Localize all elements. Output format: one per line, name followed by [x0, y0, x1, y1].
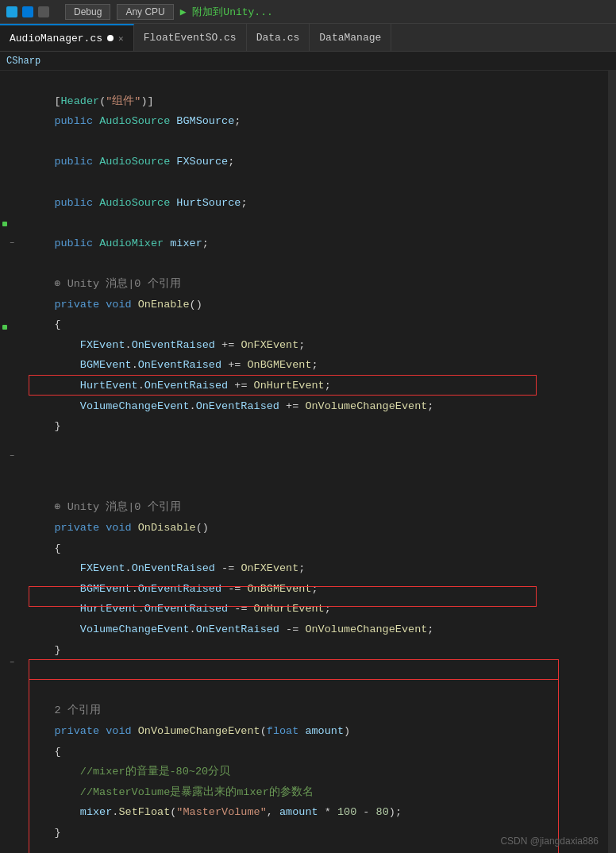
tab-floateventso-label: FloatEventSO.cs [144, 32, 237, 44]
tab-bar: AudioManager.cs ✕ FloatEventSO.cs Data.c… [0, 24, 616, 52]
nav-icon3 [38, 6, 49, 17]
code-line-volumeevent2: VolumeChangeEvent.OnEventRaised -= OnVol… [29, 623, 433, 635]
collapse-onvolume[interactable]: − [10, 658, 14, 667]
collapse-onenable[interactable]: − [10, 239, 14, 248]
code-line-comment1: //mixer的音量是-80~20分贝 [29, 766, 230, 778]
tab-data[interactable]: Data.cs [247, 24, 310, 51]
code-pre: [Header("组件")] public AudioSource BGMSou… [22, 71, 608, 853]
code-line-methodsig: private void OnVolumeChangeEvent(float a… [29, 725, 350, 737]
gutter-dot-2 [2, 325, 7, 330]
code-line-bgmevent2: BGMEvent.OnEventRaised -= OnBGMEvent; [29, 583, 318, 595]
anycpu-button[interactable]: Any CPU [117, 4, 173, 20]
code-line-onenable: private void OnEnable() [29, 299, 202, 311]
code-line-brace2: { [29, 542, 61, 554]
code-line-fxevent: FXEvent.OnEventRaised += OnFXEvent; [29, 339, 305, 351]
tab-audiomanager[interactable]: AudioManager.cs ✕ [0, 24, 134, 51]
scrollbar-vertical[interactable] [608, 71, 616, 853]
code-line-closebrace1: } [29, 420, 61, 432]
tab-modified-dot [107, 35, 114, 41]
watermark: CSDN @jiangdaxia886 [500, 836, 599, 847]
tab-audiomanager-label: AudioManager.cs [10, 33, 102, 44]
code-line-unity2: ⊕ Unity 消息|0 个引用 [29, 501, 181, 513]
top-bar-left [6, 6, 49, 17]
tab-close-icon[interactable]: ✕ [118, 33, 124, 44]
code-line-header: [Header("组件")] [29, 95, 154, 107]
top-bar: Debug Any CPU ▶ 附加到Unity... [0, 0, 616, 24]
code-line-fxevent2: FXEvent.OnEventRaised -= OnFXEvent; [29, 562, 305, 574]
code-line-unity1: ⊕ Unity 消息|0 个引用 [29, 278, 181, 290]
code-line-blank2 [29, 481, 35, 493]
code-line-bgmsource: public AudioSource BGMSource; [29, 115, 241, 127]
code-line-blank1 [29, 75, 35, 87]
code-line-bgmevent: BGMEvent.OnEventRaised += OnBGMEvent; [29, 359, 318, 371]
code-line-closebrace2: } [29, 644, 61, 656]
tab-datamanage-label: DataManage [319, 32, 381, 44]
code-line-mixer: public AudioMixer mixer; [29, 237, 209, 249]
code-line-fxsource: public AudioSource FXSource; [29, 156, 234, 168]
code-area: [Header("组件")] public AudioSource BGMSou… [22, 71, 608, 853]
code-line-brace3: { [29, 746, 61, 758]
tab-data-label: Data.cs [256, 32, 300, 44]
gutter-dot-1 [2, 222, 7, 226]
code-line-brace1: { [29, 318, 61, 330]
gutter-indicators [0, 71, 10, 853]
vs-icon [6, 6, 17, 17]
code-line-setfloat: mixer.SetFloat("MasterVolume", amount * … [29, 806, 402, 818]
editor-area: − − − [Header("组件")] public AudioSource … [0, 71, 616, 853]
code-line-hurtsource: public AudioSource HurtSource; [29, 197, 247, 209]
lang-bar: CSharp [0, 52, 616, 71]
code-line-hurtevent: HurtEvent.OnEventRaised += OnHurtEvent; [29, 380, 331, 392]
code-line-comment2: //MasterVolume是暴露出来的mixer的参数名 [29, 786, 314, 798]
collapse-col: − − − [10, 71, 22, 853]
lang-label: CSharp [6, 56, 40, 67]
code-line-ondisable: private void OnDisable() [29, 522, 209, 534]
code-line-volumeevent1: VolumeChangeEvent.OnEventRaised += OnVol… [29, 400, 433, 412]
nav-icon2 [22, 6, 33, 17]
tab-datamanage[interactable]: DataManage [310, 24, 391, 51]
debug-button[interactable]: Debug [65, 4, 110, 20]
top-bar-center: Debug Any CPU ▶ 附加到Unity... [65, 4, 273, 20]
tab-floateventso[interactable]: FloatEventSO.cs [134, 24, 247, 51]
code-line-hurtevent2: HurtEvent.OnEventRaised -= OnHurtEvent; [29, 603, 331, 615]
code-line-refcount: 2 个引用 [29, 704, 101, 716]
code-line-closebrace3: } [29, 827, 61, 839]
collapse-ondisable[interactable]: − [10, 452, 14, 461]
run-button[interactable]: ▶ 附加到Unity... [180, 5, 273, 19]
